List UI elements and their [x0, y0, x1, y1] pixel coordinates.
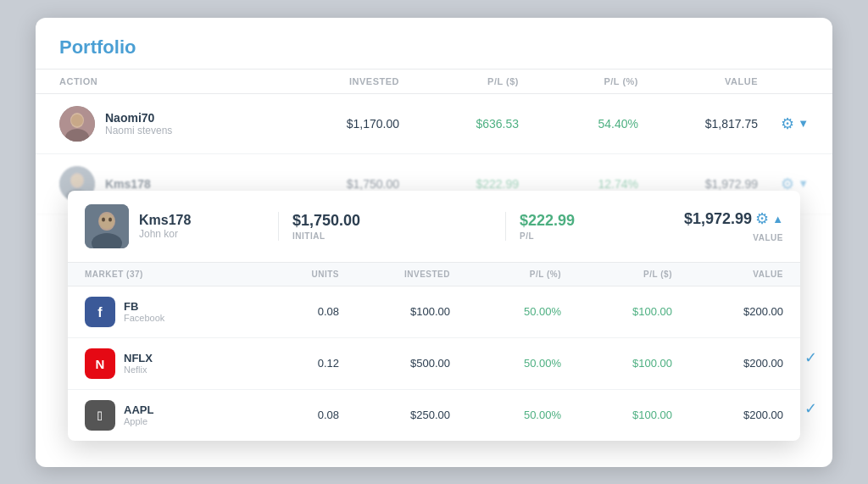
nflx-pl-dollar: $100.00 — [561, 357, 672, 370]
naomi-pl-pct: 54.40% — [519, 117, 638, 131]
stock-info-aapl:  AAPL Apple — [85, 400, 271, 431]
username-kms-bg: Kms178 — [105, 177, 151, 191]
sub-header-pl-dollar: P/L ($) — [561, 270, 672, 279]
expanded-chevron-icon[interactable]: ▲ — [772, 213, 783, 225]
fb-pl-pct: 50.00% — [450, 305, 561, 318]
sub-row-fb: f FB Facebook 0.08 $100.00 50.00% $100.0… — [68, 287, 800, 338]
sub-header-pl-pct: P/L (%) — [450, 270, 561, 279]
stock-text-aapl: AAPL Apple — [124, 403, 153, 426]
kms-pl-pct-bg: 12.74% — [519, 177, 638, 191]
expanded-card: Kms178 John kor $1,750.00 INITIAL $222.9… — [68, 191, 800, 441]
stock-text-nflx: NFLX Neflix — [124, 352, 153, 375]
sub-header-invested: INVESTED — [339, 270, 450, 279]
naomi-invested: $1,170.00 — [280, 117, 399, 131]
naomi-actions: ⚙ ▼ — [758, 114, 809, 133]
nflx-ticker: NFLX — [124, 352, 153, 364]
aapl-invested: $250.00 — [339, 409, 450, 421]
expanded-initial-label: INITIAL — [292, 231, 498, 241]
kms-invested-bg: $1,750.00 — [280, 177, 399, 191]
user-info-naomi: Naomi70 Naomi stevens — [59, 106, 280, 142]
sub-table-header: MARKET (37) UNITS INVESTED P/L (%) P/L (… — [68, 263, 800, 287]
nflx-value: $200.00 — [672, 357, 783, 370]
svg-text::  — [97, 409, 103, 423]
nflx-pl-pct: 50.00% — [450, 357, 561, 370]
svg-text:f: f — [97, 305, 103, 320]
aapl-value: $200.00 — [672, 409, 783, 421]
aapl-name: Apple — [124, 416, 153, 426]
kms-value-bg: $1,972.99 — [638, 177, 758, 191]
user-text-kms-bg: Kms178 — [105, 177, 151, 191]
expanded-actions-row: $1,972.99 ⚙ ▲ — [684, 209, 783, 228]
expanded-value-label: VALUE — [753, 233, 783, 242]
check-mark-2[interactable]: ✓ — [804, 399, 817, 418]
fb-pl-dollar: $100.00 — [561, 305, 672, 318]
portfolio-card: Portfolio ACTION INVESTED P/L ($) P/L (%… — [36, 18, 832, 467]
kms-pl-dollar-bg: $222.99 — [399, 177, 519, 191]
fullname-naomi: Naomi stevens — [105, 125, 172, 136]
expanded-username: Kms178 — [139, 213, 191, 228]
expanded-gear-icon[interactable]: ⚙ — [755, 209, 769, 228]
aapl-ticker: AAPL — [124, 403, 153, 416]
portfolio-row-naomi: Naomi70 Naomi stevens $1,170.00 $636.53 … — [36, 94, 832, 154]
header-pl-pct: P/L (%) — [519, 76, 638, 86]
card-header: Portfolio — [36, 18, 832, 70]
svg-point-3 — [71, 114, 83, 126]
expanded-user-info: Kms178 John kor — [85, 204, 271, 248]
fb-icon: f — [85, 297, 115, 327]
header-action: ACTION — [59, 76, 280, 86]
main-table-header: ACTION INVESTED P/L ($) P/L (%) VALUE — [36, 70, 832, 94]
username-naomi: Naomi70 — [105, 111, 172, 125]
expanded-initial: $1,750.00 INITIAL — [278, 212, 498, 241]
svg-point-13 — [108, 217, 112, 221]
stock-text-fb: FB Facebook — [124, 300, 164, 323]
expanded-value-actions: $1,972.99 ⚙ ▲ VALUE — [732, 209, 783, 242]
avatar-kms-expanded — [85, 204, 129, 248]
expanded-user-text: Kms178 John kor — [139, 213, 191, 240]
sub-row-aapl:  AAPL Apple 0.08 $250.00 50.00% $100.0… — [68, 390, 800, 441]
aapl-icon:  — [85, 400, 115, 431]
sub-header-market: MARKET (37) — [85, 270, 271, 279]
svg-point-7 — [71, 175, 83, 186]
expanded-fullname: John kor — [139, 228, 191, 240]
naomi-chevron-icon[interactable]: ▼ — [798, 117, 809, 130]
fb-units: 0.08 — [271, 305, 339, 318]
fb-ticker: FB — [124, 300, 164, 313]
svg-point-12 — [102, 217, 105, 221]
fb-name: Facebook — [124, 313, 164, 323]
header-pl-dollar: P/L ($) — [399, 76, 519, 86]
user-text-naomi: Naomi70 Naomi stevens — [105, 111, 172, 136]
fb-value: $200.00 — [672, 305, 783, 318]
expanded-value-val: $1,972.99 — [684, 210, 752, 228]
nflx-units: 0.12 — [271, 357, 339, 370]
header-value: VALUE — [638, 76, 758, 86]
naomi-gear-icon[interactable]: ⚙ — [781, 114, 794, 133]
naomi-value: $1,817.75 — [638, 117, 758, 131]
nflx-name: Neflix — [124, 364, 153, 375]
aapl-pl-dollar: $100.00 — [561, 409, 672, 421]
aapl-pl-pct: 50.00% — [450, 409, 561, 421]
sub-header-units: UNITS — [271, 270, 339, 279]
naomi-pl-dollar: $636.53 — [399, 117, 519, 131]
header-actions-spacer — [758, 76, 809, 86]
stock-info-fb: f FB Facebook — [85, 297, 271, 327]
svg-point-11 — [99, 214, 114, 229]
stock-info-nflx: N NFLX Neflix — [85, 348, 271, 379]
svg-text:N: N — [96, 357, 105, 371]
expanded-pl-label: P/L — [520, 231, 726, 241]
expanded-header: Kms178 John kor $1,750.00 INITIAL $222.9… — [68, 191, 800, 263]
header-invested: INVESTED — [280, 76, 399, 86]
nflx-icon: N — [85, 348, 115, 379]
page-title: Portfolio — [59, 36, 136, 58]
sub-row-nflx: N NFLX Neflix 0.12 $500.00 50.00% $100.0… — [68, 338, 800, 390]
avatar-naomi — [59, 106, 95, 142]
aapl-units: 0.08 — [271, 409, 339, 421]
sub-header-value: VALUE — [672, 270, 783, 279]
nflx-invested: $500.00 — [339, 357, 450, 370]
expanded-initial-value: $1,750.00 — [292, 212, 498, 230]
kms-chevron-icon-bg: ▼ — [798, 177, 809, 190]
check-mark[interactable]: ✓ — [804, 348, 817, 367]
fb-invested: $100.00 — [339, 305, 450, 318]
